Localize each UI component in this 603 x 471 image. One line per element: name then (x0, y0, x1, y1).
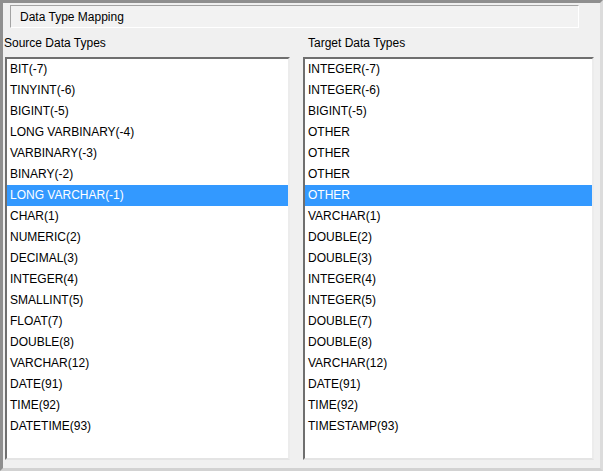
list-item[interactable]: FLOAT(7) (7, 311, 288, 332)
list-item[interactable]: TINYINT(-6) (7, 80, 288, 101)
list-item[interactable]: DOUBLE(8) (7, 332, 288, 353)
dialog-header: Data Type Mapping (10, 5, 579, 28)
list-item[interactable]: LONG VARBINARY(-4) (7, 122, 288, 143)
target-list-label: Target Data Types (308, 36, 405, 50)
list-item[interactable]: BIGINT(-5) (7, 101, 288, 122)
list-item[interactable]: DATE(91) (7, 374, 288, 395)
list-item[interactable]: INTEGER(-7) (305, 59, 592, 80)
list-item[interactable]: DATE(91) (305, 374, 592, 395)
list-item[interactable]: VARCHAR(1) (305, 206, 592, 227)
target-data-types-listbox[interactable]: INTEGER(-7)INTEGER(-6)BIGINT(-5)OTHEROTH… (303, 57, 594, 460)
list-item[interactable]: BIT(-7) (7, 59, 288, 80)
list-item[interactable]: TIME(92) (305, 395, 592, 416)
list-item[interactable]: VARCHAR(12) (305, 353, 592, 374)
list-item[interactable]: TIME(92) (7, 395, 288, 416)
list-item[interactable]: SMALLINT(5) (7, 290, 288, 311)
list-item-selected[interactable]: OTHER (305, 185, 592, 206)
list-item[interactable]: BINARY(-2) (7, 164, 288, 185)
list-item[interactable]: OTHER (305, 143, 592, 164)
list-item[interactable]: OTHER (305, 164, 592, 185)
list-item[interactable]: BIGINT(-5) (305, 101, 592, 122)
list-item[interactable]: DOUBLE(8) (305, 332, 592, 353)
list-item[interactable]: TIMESTAMP(93) (305, 416, 592, 437)
list-item[interactable]: DOUBLE(2) (305, 227, 592, 248)
list-item[interactable]: VARCHAR(12) (7, 353, 288, 374)
list-item[interactable]: INTEGER(4) (7, 269, 288, 290)
list-item[interactable]: DECIMAL(3) (7, 248, 288, 269)
source-list-label: Source Data Types (4, 36, 106, 50)
list-item[interactable]: OTHER (305, 122, 592, 143)
list-item[interactable]: VARBINARY(-3) (7, 143, 288, 164)
list-item[interactable]: INTEGER(-6) (305, 80, 592, 101)
list-item-selected[interactable]: LONG VARCHAR(-1) (7, 185, 288, 206)
source-data-types-listbox[interactable]: BIT(-7)TINYINT(-6)BIGINT(-5)LONG VARBINA… (5, 57, 290, 460)
dialog-title: Data Type Mapping (20, 10, 124, 24)
list-item[interactable]: INTEGER(4) (305, 269, 592, 290)
data-type-mapping-dialog: Data Type Mapping Source Data Types Targ… (0, 0, 603, 471)
list-item[interactable]: NUMERIC(2) (7, 227, 288, 248)
list-item[interactable]: DATETIME(93) (7, 416, 288, 437)
list-item[interactable]: CHAR(1) (7, 206, 288, 227)
list-item[interactable]: DOUBLE(3) (305, 248, 592, 269)
list-item[interactable]: INTEGER(5) (305, 290, 592, 311)
list-item[interactable]: DOUBLE(7) (305, 311, 592, 332)
